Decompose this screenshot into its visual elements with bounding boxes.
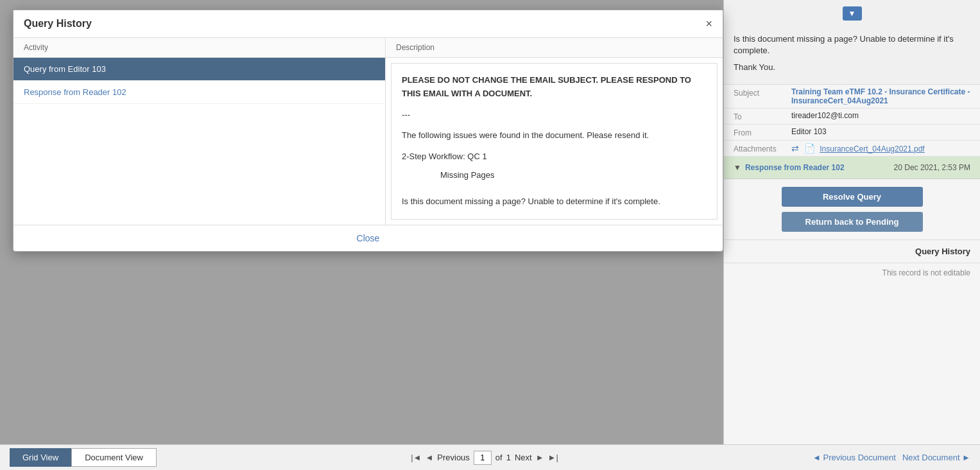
document-view-button[interactable]: Document View xyxy=(71,448,157,467)
email-info-section: Is this document missing a page? Unable … xyxy=(724,27,980,85)
return-pending-button[interactable]: Return back to Pending xyxy=(782,212,923,232)
modal-title: Query History xyxy=(24,18,92,30)
thank-you-text: Thank You. xyxy=(734,62,970,73)
view-buttons: Grid View Document View xyxy=(10,448,157,467)
next-document-button[interactable]: Next Document ► xyxy=(902,453,970,462)
query-history-label: Query History xyxy=(724,240,980,263)
grid-view-button[interactable]: Grid View xyxy=(10,448,71,467)
prev-document-button[interactable]: ◄ Previous Document xyxy=(812,453,896,462)
desc-line-3: The following issues were found in the d… xyxy=(402,129,707,143)
modal-body: Activity Query from Editor 103 Response … xyxy=(13,38,723,225)
pdf-icon: 📄 xyxy=(804,143,815,153)
modal-header: Query History × xyxy=(13,10,723,38)
activity-panel: Activity Query from Editor 103 Response … xyxy=(13,38,386,225)
attachment-info: ⇄ 📄 InsuranceCert_04Aug2021.pdf xyxy=(791,143,925,153)
response-row: ▼ Response from Reader 102 20 Dec 2021, … xyxy=(724,157,980,179)
to-label: To xyxy=(734,111,791,121)
next-page-button[interactable]: ► xyxy=(536,453,544,462)
action-buttons-section: Resolve Query Return back to Pending xyxy=(724,179,980,240)
response-collapse-arrow[interactable]: ▼ xyxy=(734,163,741,172)
to-value: tireader102@ti.com xyxy=(791,111,859,121)
desc-line-5: Missing Pages xyxy=(440,169,707,182)
query-history-modal: Query History × Activity Query from Edit… xyxy=(13,10,723,252)
desc-line-6: Is this document missing a page? Unable … xyxy=(402,195,707,209)
activity-item-response[interactable]: Response from Reader 102 xyxy=(13,81,385,104)
desc-line-1: PLEASE DO NOT CHANGE THE EMAIL SUBJECT. … xyxy=(402,74,707,101)
first-page-button[interactable]: |◄ xyxy=(411,453,421,462)
description-panel: Description PLEASE DO NOT CHANGE THE EMA… xyxy=(386,38,723,225)
activity-item-query[interactable]: Query from Editor 103 xyxy=(13,58,385,81)
subject-label: Subject xyxy=(734,87,791,105)
modal-footer: Close xyxy=(13,225,723,251)
activity-list: Query from Editor 103 Response from Read… xyxy=(13,58,385,225)
last-page-button[interactable]: ►| xyxy=(548,453,558,462)
document-navigation: ◄ Previous Document Next Document ► xyxy=(812,453,970,462)
next-label: Next xyxy=(515,453,532,462)
response-label: Response from Reader 102 xyxy=(745,163,845,172)
response-left: ▼ Response from Reader 102 xyxy=(734,163,845,172)
activity-column-header: Activity xyxy=(13,38,385,58)
dropdown-arrow-icon[interactable]: ▼ xyxy=(843,6,862,21)
page-number-input[interactable] xyxy=(474,451,492,465)
recycle-icon: ⇄ xyxy=(791,143,799,153)
desc-line-4: 2-Step Workflow: QC 1 xyxy=(402,150,707,164)
response-date: 20 Dec 2021, 2:53 PM xyxy=(894,163,970,172)
description-column-header: Description xyxy=(386,38,723,58)
missing-page-text: Is this document missing a page? Unable … xyxy=(734,33,970,57)
bottom-bar: Grid View Document View |◄ ◄ Previous of… xyxy=(0,444,980,470)
from-value: Editor 103 xyxy=(791,127,827,137)
previous-label: Previous xyxy=(437,453,470,462)
of-label: of xyxy=(495,453,503,462)
panel-top: ▼ xyxy=(724,0,980,27)
right-panel: ▼ Is this document missing a page? Unabl… xyxy=(723,0,980,470)
desc-line-2: --- xyxy=(402,109,707,122)
modal-overlay: Query History × Activity Query from Edit… xyxy=(0,0,723,470)
from-label: From xyxy=(734,127,791,137)
modal-close-footer-button[interactable]: Close xyxy=(357,233,380,243)
attachments-label: Attachments xyxy=(734,143,791,153)
modal-close-button[interactable]: × xyxy=(705,18,712,30)
attachment-link[interactable]: InsuranceCert_04Aug2021.pdf xyxy=(820,144,924,153)
prev-page-button[interactable]: ◄ xyxy=(425,453,433,462)
resolve-query-button[interactable]: Resolve Query xyxy=(782,187,923,207)
description-content: PLEASE DO NOT CHANGE THE EMAIL SUBJECT. … xyxy=(391,63,718,220)
subject-value: Training Team eTMF 10.2 - Insurance Cert… xyxy=(791,87,970,105)
not-editable-text: This record is not editable xyxy=(724,263,980,283)
pagination: |◄ ◄ Previous of 1 Next ► ►| xyxy=(411,451,558,465)
total-pages: 1 xyxy=(506,453,511,462)
